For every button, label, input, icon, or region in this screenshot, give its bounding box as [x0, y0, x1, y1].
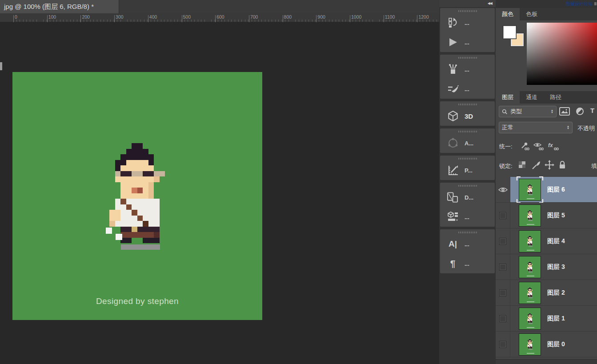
- layer-row[interactable]: 图层 6: [496, 177, 597, 203]
- ruler-tick: [316, 15, 317, 22]
- dock-group-gripper[interactable]: [458, 10, 477, 12]
- layer-row[interactable]: 图层 4: [496, 228, 597, 254]
- lock-all-padlock-icon[interactable]: [558, 160, 567, 170]
- dock-item-3d-cube[interactable]: 3D: [440, 106, 495, 126]
- dock-item-tool-presets[interactable]: ...: [440, 60, 495, 79]
- color-gradient-field[interactable]: [527, 23, 597, 85]
- layer-thumbnail[interactable]: [519, 256, 541, 278]
- ruler-tick: [182, 15, 182, 22]
- dock-item-paragraph-panel[interactable]: ¶...: [440, 254, 495, 273]
- thumbnail-shadow: [529, 349, 533, 350]
- layer-row-body[interactable]: 图层 4: [510, 228, 597, 254]
- dock-item-device-preview[interactable]: D...: [440, 188, 495, 207]
- lock-position-move-icon[interactable]: [545, 160, 554, 170]
- layer-visibility-cell[interactable]: [496, 203, 510, 228]
- layer-thumbnail[interactable]: [519, 308, 541, 330]
- thumbnail-character: [527, 339, 533, 348]
- ruler-tick-label: 1000: [351, 14, 361, 20]
- layer-thumbnail[interactable]: [519, 333, 541, 356]
- layer-row[interactable]: 图层 1: [496, 306, 597, 332]
- material-icon: [447, 211, 459, 223]
- unify-visibility-eye-icon[interactable]: [533, 142, 544, 151]
- layer-row-body[interactable]: 图层 0: [510, 332, 597, 357]
- photoshop-window: jpg @ 100% (图层 6, RGB/8) * 0100200300400…: [0, 0, 597, 364]
- tab-paths[interactable]: 路径: [544, 91, 568, 104]
- dock-item-brush-presets[interactable]: ...: [440, 79, 495, 99]
- ruler-tick: [417, 15, 417, 22]
- dock-item-actions-play[interactable]: ...: [440, 32, 495, 52]
- dock-group-gripper[interactable]: [458, 104, 477, 105]
- tab-layers[interactable]: 图层: [496, 91, 520, 104]
- dock-item-material[interactable]: ...: [440, 207, 495, 227]
- visibility-checkbox[interactable]: [499, 212, 506, 219]
- layer-row[interactable]: 图层 0: [496, 332, 597, 357]
- thumbnail-character: [527, 288, 533, 297]
- layer-row[interactable]: 图层 5: [496, 203, 597, 228]
- watermark-fragment: [594, 2, 597, 5]
- dock-group-gripper[interactable]: [458, 57, 477, 59]
- layer-visibility-cell[interactable]: [496, 177, 510, 202]
- layer-row-body[interactable]: 图层 5: [510, 203, 597, 228]
- layer-thumbnail-image: [519, 204, 541, 227]
- layer-row[interactable]: 图层 2: [496, 280, 597, 306]
- left-edge-mark: [0, 62, 2, 70]
- thumbnail-caption-line: [527, 198, 534, 199]
- layers-panel: 图层 通道 路径 类型 ▲▼: [496, 91, 597, 364]
- adjustment-layer-filter-icon[interactable]: [576, 108, 584, 115]
- layer-thumbnail[interactable]: [519, 282, 541, 304]
- layer-visibility-cell[interactable]: [496, 228, 510, 254]
- layer-row-body[interactable]: 图层 3: [510, 254, 597, 280]
- tab-channels[interactable]: 通道: [520, 91, 544, 104]
- pixel-layer-filter-icon[interactable]: [559, 107, 570, 116]
- visibility-checkbox[interactable]: [499, 238, 506, 245]
- layer-visibility-cell[interactable]: [496, 332, 510, 357]
- type-layer-filter-icon[interactable]: T: [590, 107, 594, 114]
- dock-collapse-button[interactable]: ◀◀: [439, 0, 496, 7]
- panel-column: 思缘设计论坛 颜色 色板 图层 通道 路径: [496, 0, 597, 364]
- visibility-checkbox[interactable]: [499, 341, 506, 348]
- dock-item-history[interactable]: ...: [440, 13, 495, 32]
- visibility-checkbox[interactable]: [499, 315, 506, 322]
- layer-visibility-cell[interactable]: [496, 306, 510, 331]
- visibility-checkbox[interactable]: [499, 289, 506, 296]
- layer-visibility-cell[interactable]: [496, 254, 510, 280]
- document-canvas[interactable]: Designed by stephen: [12, 72, 262, 320]
- dock-item-label: ...: [465, 39, 469, 46]
- layer-row-body[interactable]: 图层 1: [510, 306, 597, 331]
- unify-effects-fx-icon[interactable]: fx: [548, 142, 559, 151]
- layer-thumbnail[interactable]: [519, 179, 541, 201]
- layer-name: 图层 3: [547, 263, 565, 271]
- dock-item-label: ...: [465, 260, 469, 267]
- dock-group: A...: [440, 128, 495, 153]
- ruler-tick-label: 300: [116, 14, 124, 20]
- layer-visibility-cell[interactable]: [496, 280, 510, 305]
- layer-row[interactable]: 图层 3: [496, 254, 597, 280]
- layer-thumbnail[interactable]: [519, 204, 541, 227]
- visibility-checkbox[interactable]: [499, 264, 506, 271]
- properties-icon: [447, 164, 459, 176]
- layer-row-body[interactable]: 图层 2: [510, 280, 597, 305]
- layer-thumbnail[interactable]: [519, 230, 541, 252]
- dock-group-gripper[interactable]: [458, 232, 477, 233]
- dock-item-sphere[interactable]: A...: [440, 133, 495, 153]
- document-tab[interactable]: jpg @ 100% (图层 6, RGB/8) *: [0, 0, 119, 13]
- dock-item-character-panel[interactable]: A|...: [440, 234, 495, 254]
- layer-filter-dropdown[interactable]: 类型 ▲▼: [499, 106, 557, 117]
- color-picker-marker[interactable]: [527, 23, 533, 28]
- layer-row-body[interactable]: 图层 6: [510, 177, 597, 202]
- blend-mode-dropdown[interactable]: 正常 ▲▼: [499, 122, 573, 133]
- dock-item-label: A...: [465, 140, 473, 147]
- dock-group-gripper[interactable]: [458, 185, 477, 187]
- layer-thumbnail-image: [519, 282, 541, 304]
- foreground-color-swatch[interactable]: [503, 26, 516, 39]
- tab-color[interactable]: 颜色: [496, 8, 520, 20]
- lock-pixels-brush-icon[interactable]: [531, 160, 541, 170]
- dock-group-gripper[interactable]: [458, 158, 477, 160]
- unify-position-pin-icon[interactable]: [520, 142, 530, 151]
- dock-group-gripper[interactable]: [458, 131, 477, 132]
- tab-swatches[interactable]: 色板: [520, 8, 544, 20]
- dock-item-properties[interactable]: P...: [440, 160, 495, 180]
- lock-transparency-icon[interactable]: [519, 161, 525, 168]
- layer-name: 图层 5: [547, 212, 565, 220]
- dock-item-label: ...: [465, 241, 469, 248]
